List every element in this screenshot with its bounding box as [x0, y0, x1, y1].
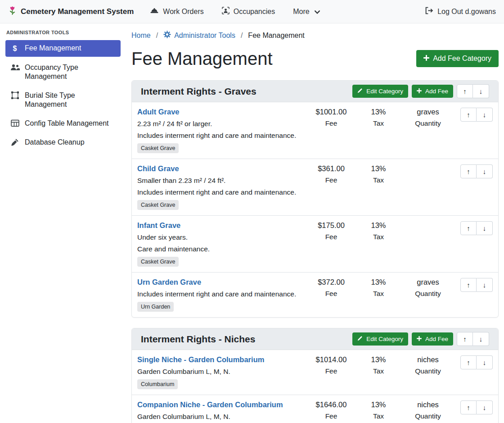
- tax-label: Tax: [356, 290, 401, 298]
- sign-out-icon: [425, 7, 433, 16]
- sidebar-item-config-table-management[interactable]: Config Table Management: [5, 115, 121, 132]
- fee-row-companion-niche: Companion Niche - Garden Columbarium Gar…: [132, 395, 498, 423]
- quantity-value: graves: [401, 108, 455, 116]
- fee-name-link[interactable]: Urn Garden Grave: [137, 278, 201, 287]
- move-fee-up-button[interactable]: ↑: [460, 221, 477, 235]
- fee-reorder-group: ↑ ↓: [460, 355, 493, 369]
- sidebar-item-label: Burial Site Type Management: [25, 91, 116, 109]
- move-fee-up-button[interactable]: ↑: [460, 278, 477, 292]
- move-category-up-button[interactable]: ↑: [457, 332, 473, 346]
- move-fee-up-button[interactable]: ↑: [460, 355, 477, 369]
- move-fee-down-button[interactable]: ↓: [477, 400, 493, 414]
- breadcrumb-current: Fee Management: [248, 32, 304, 40]
- add-fee-button[interactable]: Add Fee: [412, 85, 453, 98]
- move-fee-down-button[interactable]: ↓: [477, 278, 493, 292]
- fee-amount: $1646.00: [306, 400, 356, 409]
- fee-reorder-group: ↑ ↓: [460, 221, 493, 235]
- sidebar-item-label: Database Cleanup: [25, 138, 85, 147]
- fee-description: Garden Columbarium L, M, N.: [137, 413, 304, 421]
- move-fee-down-button[interactable]: ↓: [477, 355, 493, 369]
- fee-tax-col: 13% Tax: [356, 355, 401, 375]
- arrow-down-icon: ↓: [483, 111, 486, 118]
- fee-quantity-col: graves Quantity: [401, 108, 455, 127]
- fee-tax-col: 13% Tax: [356, 400, 401, 420]
- fee-name-link[interactable]: Child Grave: [137, 164, 179, 173]
- add-fee-category-button[interactable]: Add Fee Category: [416, 50, 499, 67]
- fee-name-link[interactable]: Companion Niche - Garden Columbarium: [137, 400, 283, 409]
- arrow-up-icon: ↑: [467, 404, 470, 411]
- category-header: Interment Rights - Niches Edit Category: [132, 328, 498, 350]
- fee-name-link[interactable]: Single Niche - Garden Columbarium: [137, 355, 264, 364]
- edit-category-button[interactable]: Edit Category: [352, 332, 408, 346]
- fee-name-link[interactable]: Adult Grave: [137, 108, 180, 116]
- fee-row-urn-garden-grave: Urn Garden Grave Includes interment righ…: [132, 272, 498, 317]
- nav-work-orders[interactable]: Work Orders: [150, 7, 203, 16]
- fee-description: Includes interment right and care and ma…: [137, 290, 304, 298]
- fee-amount: $175.00: [306, 221, 356, 230]
- main-nav: Work Orders Occupancies More: [150, 7, 320, 16]
- broom-icon: [10, 138, 20, 146]
- logout-button[interactable]: Log Out d.gowans: [425, 7, 496, 16]
- tax-value: 13%: [356, 278, 401, 287]
- arrow-down-icon: ↓: [479, 87, 483, 95]
- arrow-down-icon: ↓: [483, 359, 486, 366]
- move-fee-down-button[interactable]: ↓: [477, 164, 493, 178]
- arrow-up-icon: ↑: [467, 359, 470, 366]
- fee-name-link[interactable]: Infant Grave: [137, 221, 180, 230]
- sidebar-item-burial-site-type-management[interactable]: Burial Site Type Management: [5, 87, 121, 113]
- arrow-up-icon: ↑: [467, 111, 470, 118]
- fee-reorder-group: ↑ ↓: [460, 400, 493, 414]
- move-fee-up-button[interactable]: ↑: [460, 164, 477, 178]
- move-fee-down-button[interactable]: ↓: [477, 221, 493, 235]
- app-brand[interactable]: Cemetery Management System: [8, 5, 134, 18]
- main-content: Home /: [126, 23, 504, 423]
- top-navbar: Cemetery Management System Work Orders: [0, 0, 504, 23]
- fee-category-card-niches: Interment Rights - Niches Edit Category: [131, 328, 499, 423]
- fee-description: Garden Columbarium L, M, N.: [137, 368, 304, 376]
- bounding-box-icon: [10, 91, 20, 99]
- fee-type-badge: Columbarium: [137, 379, 178, 389]
- arrow-down-icon: ↓: [483, 404, 486, 411]
- fee-row-infant-grave: Infant Grave Under six years. Care and m…: [132, 215, 498, 272]
- table-icon: [10, 119, 20, 127]
- quantity-value: niches: [401, 400, 455, 409]
- move-category-down-button[interactable]: ↓: [473, 332, 489, 346]
- edit-category-button[interactable]: Edit Category: [352, 85, 408, 98]
- sidebar-item-label: Config Table Management: [25, 119, 109, 128]
- fee-row-child-grave: Child Grave Smaller than 2.23 m² / 24 ft…: [132, 159, 498, 215]
- move-fee-up-button[interactable]: ↑: [460, 400, 477, 414]
- arrow-up-icon: ↑: [467, 168, 470, 175]
- tax-label: Tax: [356, 176, 401, 184]
- move-fee-down-button[interactable]: ↓: [477, 108, 493, 122]
- move-category-up-button[interactable]: ↑: [457, 84, 473, 98]
- sidebar-item-occupancy-type-management[interactable]: Occupancy Type Management: [5, 59, 121, 85]
- sidebar-item-label: Fee Management: [25, 44, 81, 53]
- tax-label: Tax: [356, 119, 401, 127]
- category-title: Interment Rights - Niches: [141, 334, 352, 345]
- sidebar-item-database-cleanup[interactable]: Database Cleanup: [5, 134, 121, 150]
- move-category-down-button[interactable]: ↓: [473, 84, 489, 98]
- tax-value: 13%: [356, 108, 401, 116]
- quantity-value: graves: [401, 278, 455, 287]
- hard-hat-icon: [150, 7, 159, 16]
- fee-tax-col: 13% Tax: [356, 278, 401, 298]
- nav-more[interactable]: More: [293, 8, 320, 16]
- flower-logo-icon: [8, 5, 17, 18]
- fee-amount-col: $175.00 Fee: [306, 221, 356, 241]
- fee-label: Fee: [306, 412, 356, 420]
- fee-amount-col: $372.00 Fee: [306, 278, 356, 298]
- quantity-value: niches: [401, 355, 455, 364]
- category-header: Interment Rights - Graves Edit Category: [132, 81, 498, 102]
- breadcrumb-admin-tools-link[interactable]: Administrator Tools: [163, 31, 235, 40]
- nav-occupancies[interactable]: Occupancies: [222, 7, 275, 16]
- fee-label: Fee: [306, 367, 356, 375]
- sidebar-item-fee-management[interactable]: $ Fee Management: [5, 40, 121, 57]
- breadcrumb-home-link[interactable]: Home: [131, 32, 151, 40]
- fee-description: Smaller than 2.23 m² / 24 ft².: [137, 177, 304, 185]
- arrow-up-icon: ↑: [463, 335, 467, 343]
- move-fee-up-button[interactable]: ↑: [460, 108, 477, 122]
- tax-value: 13%: [356, 355, 401, 364]
- add-fee-button[interactable]: Add Fee: [412, 332, 453, 346]
- fee-label: Fee: [306, 176, 356, 184]
- admin-tools-sidebar: ADMINISTRATOR TOOLS $ Fee Management Occ…: [0, 23, 126, 423]
